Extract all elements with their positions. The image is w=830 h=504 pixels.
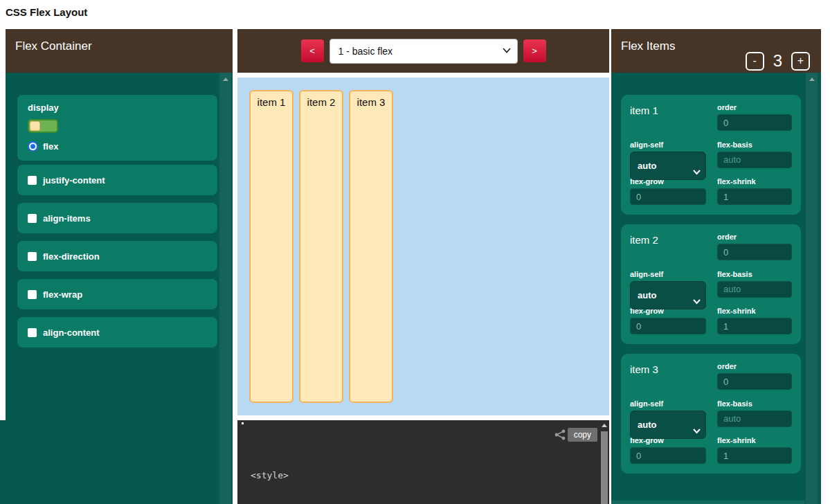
option-card-flex-direction[interactable]: flex-direction — [17, 241, 217, 271]
items-count-decrement-button[interactable]: - — [746, 52, 764, 71]
align-self-field: align-self auto — [630, 270, 706, 299]
flex-items-panel: Flex Items - 3 + item 1 order align-self — [611, 29, 821, 504]
flex-basis-input[interactable] — [717, 281, 792, 298]
item-card-2: item 2 order align-self auto — [621, 224, 801, 344]
order-input[interactable] — [717, 373, 792, 390]
align-self-field: align-self auto — [630, 141, 706, 170]
align-self-label: align-self — [630, 270, 706, 278]
order-label: order — [717, 362, 792, 370]
checkbox-flex-direction[interactable] — [28, 252, 37, 261]
flex-items-header: Flex Items - 3 + — [611, 29, 821, 73]
items-counter: - 3 + — [746, 51, 810, 71]
option-label: justify-content — [43, 175, 105, 186]
code-block: <style> .flex-container { display: flex; — [251, 442, 354, 504]
stage-flex-item: item 1 — [249, 90, 294, 403]
option-card-align-items[interactable]: align-items — [17, 203, 217, 233]
toggle-knob — [30, 121, 40, 131]
order-label: order — [717, 233, 792, 241]
align-self-label: align-self — [630, 141, 706, 149]
flex-basis-label: flex-basis — [717, 141, 792, 149]
flex-grow-input[interactable] — [630, 318, 706, 334]
option-card-align-content[interactable]: align-content — [17, 317, 217, 348]
code-panel: <style> .flex-container { display: flex;… — [237, 420, 609, 504]
item-card-3: item 3 order align-self auto — [621, 354, 801, 474]
left-panel-scrollbar[interactable] — [219, 73, 231, 504]
order-field: order — [717, 362, 792, 391]
order-label: order — [717, 103, 792, 111]
checkbox-align-content[interactable] — [28, 328, 37, 337]
flex-items-title: Flex Items — [621, 39, 675, 53]
flex-grow-field: flex-grow — [630, 436, 706, 465]
code-caret-dot — [242, 422, 244, 424]
stage-flex-item: item 2 — [299, 90, 343, 403]
option-card-flex-wrap[interactable]: flex-wrap — [17, 279, 217, 309]
flex-container-body: display flex justify-content align-item — [6, 73, 233, 504]
scrollbar-thumb[interactable] — [601, 431, 608, 504]
flex-basis-label: flex-basis — [717, 399, 792, 408]
flex-radio-label: flex — [43, 141, 58, 152]
flex-basis-input[interactable] — [717, 152, 792, 168]
page-title: CSS Flex Layout — [6, 6, 87, 18]
scrollbar-up-arrow-icon[interactable] — [602, 424, 607, 427]
right-panel-scrollbar[interactable] — [806, 73, 818, 504]
option-label: flex-direction — [43, 251, 100, 262]
flex-grow-input[interactable] — [630, 188, 706, 205]
flex-grow-field: flex-grow — [630, 177, 706, 206]
flex-shrink-field: flex-shrink — [717, 436, 792, 465]
flex-shrink-input[interactable] — [717, 447, 792, 464]
flex-basis-field: flex-basis — [717, 270, 792, 299]
right-panel-hscrollbar[interactable] — [611, 501, 805, 504]
flex-container-panel: Flex Container display flex justify-cont… — [6, 29, 233, 504]
scrollbar-up-arrow-icon[interactable] — [809, 78, 815, 81]
flex-preview-stage: item 1 item 2 item 3 — [237, 78, 609, 415]
flex-grow-input[interactable] — [630, 447, 706, 464]
option-label: flex-wrap — [43, 289, 82, 300]
preview-column: < 1 - basic flex > item 1 item 2 item 3 … — [237, 29, 609, 504]
item-card-title: item 1 — [630, 103, 706, 132]
display-toggle[interactable] — [28, 119, 58, 133]
items-count-value: 3 — [773, 51, 782, 71]
align-self-label: align-self — [630, 399, 706, 408]
align-self-field: align-self auto — [630, 399, 706, 429]
preset-next-button[interactable]: > — [523, 39, 546, 62]
flex-basis-field: flex-basis — [717, 141, 792, 170]
preset-toolbar: < 1 - basic flex > — [237, 29, 609, 73]
order-field: order — [717, 103, 792, 132]
option-label: align-content — [43, 327, 100, 338]
preset-select[interactable]: 1 - basic flex — [330, 39, 518, 64]
align-self-select[interactable]: auto — [630, 152, 706, 181]
flex-grow-field: flex-grow — [630, 307, 706, 336]
flex-shrink-label: flex-shrink — [717, 307, 792, 315]
flex-container-header: Flex Container — [6, 29, 233, 73]
checkbox-align-items[interactable] — [28, 214, 37, 223]
stage-flex-item: item 3 — [349, 90, 393, 403]
flex-shrink-input[interactable] — [717, 188, 792, 205]
preset-prev-button[interactable]: < — [301, 39, 324, 62]
order-input[interactable] — [717, 114, 792, 131]
align-self-select[interactable]: auto — [630, 411, 706, 440]
checkbox-justify-content[interactable] — [28, 176, 37, 185]
order-input[interactable] — [717, 244, 792, 260]
items-count-increment-button[interactable]: + — [791, 52, 810, 71]
item-card-title: item 3 — [630, 362, 706, 391]
align-self-select[interactable]: auto — [630, 281, 706, 310]
code-line: <style> — [251, 469, 354, 482]
copy-button[interactable]: copy — [568, 428, 597, 442]
order-field: order — [717, 233, 792, 262]
flex-basis-input[interactable] — [717, 411, 792, 427]
flex-shrink-input[interactable] — [717, 318, 792, 334]
checkbox-flex-wrap[interactable] — [28, 290, 37, 299]
scrollbar-up-arrow-icon[interactable] — [223, 78, 228, 81]
share-icon[interactable] — [554, 429, 566, 443]
flex-container-title: Flex Container — [15, 39, 92, 53]
flex-basis-field: flex-basis — [717, 399, 792, 429]
code-scrollbar[interactable] — [600, 420, 608, 504]
flex-shrink-field: flex-shrink — [717, 177, 792, 206]
flex-radio[interactable] — [28, 141, 38, 152]
display-label: display — [28, 102, 207, 113]
item-card-1: item 1 order align-self auto — [621, 95, 801, 215]
flex-radio-row[interactable]: flex — [28, 141, 207, 152]
flex-items-body: item 1 order align-self auto — [611, 73, 821, 504]
item-card-title: item 2 — [630, 233, 706, 262]
option-card-justify-content[interactable]: justify-content — [17, 165, 217, 195]
